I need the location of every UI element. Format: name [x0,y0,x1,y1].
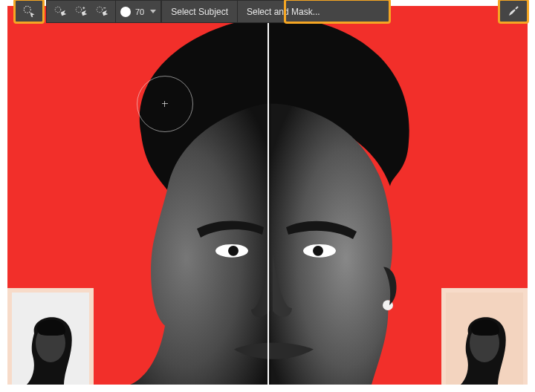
select-subject-button[interactable]: Select Subject [162,1,237,22]
select-and-mask-button[interactable]: Select and Mask... [238,1,329,22]
new-selection-button[interactable] [51,4,69,20]
svg-point-9 [76,7,82,13]
brush-size-control[interactable]: 70 [116,1,161,22]
select-and-mask-label: Select and Mask... [247,7,320,17]
quick-selection-tool-button[interactable] [15,0,43,22]
comparison-divider [268,6,269,385]
portrait-image [97,17,446,385]
quick-selection-icon [22,4,36,18]
options-toolbar: 70 Select Subject Select and Mask... [46,0,389,23]
after-thumbnail[interactable] [441,288,528,385]
subtract-from-selection-button[interactable] [93,4,111,20]
refine-edge-brush-icon [507,4,520,18]
brush-preset-icon [120,7,131,17]
svg-point-3 [313,246,323,256]
add-to-selection-brush-icon [74,5,88,19]
select-subject-label: Select Subject [171,7,228,17]
canvas-area[interactable] [7,6,528,385]
add-to-selection-button[interactable] [72,4,90,20]
before-thumbnail[interactable] [7,288,94,385]
subtract-from-selection-brush-icon [95,5,108,19]
svg-point-1 [228,246,239,256]
chevron-down-icon [150,10,156,13]
svg-point-8 [55,7,61,13]
refine-edge-brush-button[interactable] [499,0,528,22]
new-selection-brush-icon [54,5,67,19]
brush-size-value: 70 [135,7,144,16]
svg-point-10 [97,7,103,13]
svg-point-7 [24,6,30,13]
